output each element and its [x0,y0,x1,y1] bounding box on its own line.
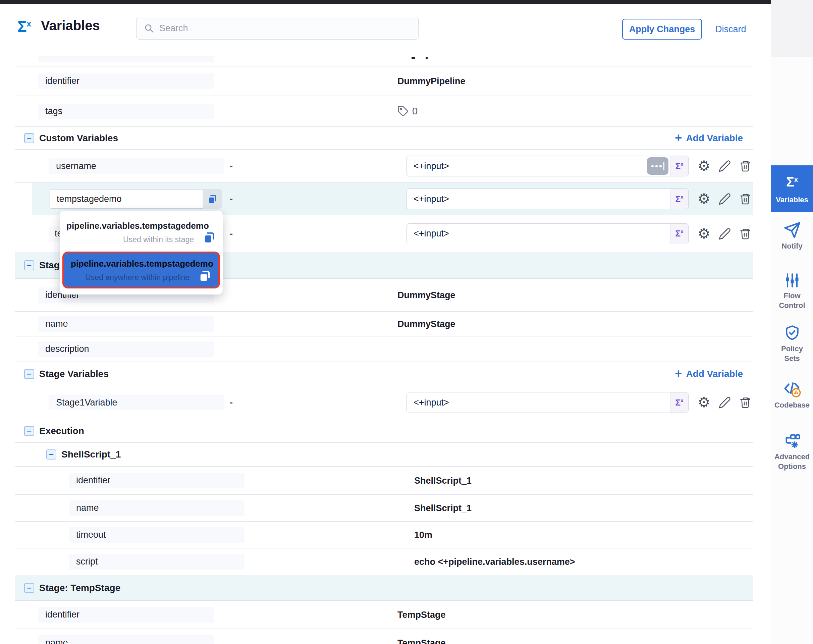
name-value: ShellScript_1 [414,503,472,513]
sidebar-item-label: Policy Sets [777,344,807,363]
expression-type-button[interactable]: Σx [670,393,688,412]
top-dark-bar [0,0,771,4]
delete-trash-icon[interactable] [739,193,751,205]
variable-value-input[interactable]: <+input> Σx [406,189,689,209]
identifier-value: DummyPipeline [397,76,466,86]
expression-type-button[interactable]: Σx [670,224,688,244]
page-header: Σx Variables Search Apply Changes Discar… [0,4,771,56]
option-subtitle: Used within its stage [66,235,216,244]
table-row: description [15,336,753,362]
collapse-icon[interactable]: − [24,369,34,379]
identifier-value: TempStage [397,609,446,620]
sidebar-item-codebase[interactable]: Codebase [771,380,813,410]
annotation-highlight-ring: pipeline.variables.tempstagedemo Used an… [62,251,220,288]
settings-gear-icon[interactable]: ⚙ [698,396,710,409]
copy-button[interactable] [202,189,222,209]
table-row: timeout 10m [15,521,753,548]
search-icon [144,23,154,33]
add-variable-button[interactable]: + Add Variable [675,368,743,379]
settings-gear-icon[interactable]: ⚙ [698,227,710,241]
variables-table: identifier DummyPipeline tags 0 − Custom… [0,56,771,644]
variables-sigma-logo-icon: Σx [17,17,31,35]
variable-value-input[interactable]: <+input> Σx [406,156,689,176]
delete-trash-icon[interactable] [739,159,751,172]
variable-name-label: Stage1Variable [49,395,224,410]
right-sidebar: Σx Variables Notify Flow Control Policy … [771,0,813,644]
section-title: Stage: TempStage [39,583,120,593]
section-title: Stag [39,260,60,271]
discard-button[interactable]: Discard [715,19,746,40]
table-row: name ShellScript_1 [15,495,753,521]
add-variable-button[interactable]: + Add Variable [675,132,743,144]
edit-pencil-icon[interactable] [718,396,731,409]
collapse-icon[interactable]: − [24,260,34,270]
section-header-shellscript: − ShellScript_1 [15,443,753,466]
sidebar-item-flow-control[interactable]: Flow Control [771,272,813,310]
text-cursor-icon [647,157,669,175]
variable-name-input[interactable]: tempstagedemo [50,189,222,209]
delete-trash-icon[interactable] [739,396,751,409]
collapse-icon[interactable]: − [24,133,34,143]
apply-changes-button[interactable]: Apply Changes [622,19,702,40]
timeout-label: timeout [69,527,244,543]
identifier-label: identifier [38,74,214,89]
copy-icon[interactable] [202,230,216,244]
sidebar-header-strip [771,0,813,57]
edit-pencil-icon[interactable] [718,227,731,240]
variable-name-value: tempstagedemo [50,189,202,209]
section-title: Execution [39,426,84,436]
description-label: description [38,342,214,357]
edit-pencil-icon[interactable] [718,159,731,172]
sliders-icon [784,272,800,288]
identifier-label: identifier [69,473,244,488]
sidebar-item-label: Variables [776,195,808,205]
section-title: Stage Variables [39,369,109,379]
settings-gear-icon[interactable]: ⚙ [698,159,710,173]
sidebar-item-notify[interactable]: Notify [771,221,813,251]
option-subtitle: Used anywhere within pipeline [71,273,212,282]
name-label: name [38,635,214,644]
name-label: name [38,316,214,332]
copy-icon [207,193,218,205]
expression-type-button[interactable]: Σx [670,189,688,209]
sidebar-item-label: Flow Control [775,291,809,310]
copy-icon[interactable] [198,269,212,283]
tags-count: 0 [412,106,417,117]
table-row: script echo <+pipeline.variables.usernam… [15,548,753,575]
clipped-text-fragment [411,57,415,59]
tags-badge[interactable]: 0 [397,106,417,117]
sidebar-item-policy-sets[interactable]: Policy Sets [771,325,813,363]
variable-value-input[interactable]: <+input> Σx [406,392,689,413]
section-header-execution: − Execution [15,419,753,443]
variable-name-label: username [49,158,224,174]
dropdown-option-pipeline-scope[interactable]: pipeline.variables.tempstagedemo Used an… [64,253,218,287]
edit-pencil-icon[interactable] [718,193,731,205]
section-header-stage-tempstage: − Stage: TempStage [15,575,753,601]
script-label: script [69,554,244,570]
sidebar-item-label: Advanced Options [774,452,811,471]
identifier-label: identifier [38,607,214,623]
input-value: <+input> [407,161,647,172]
identifier-value: DummyStage [397,290,456,300]
delete-trash-icon[interactable] [739,227,751,240]
name-label: name [69,500,244,516]
section-header-stage-variables: − Stage Variables + Add Variable [15,362,753,386]
separator-dash: - [230,228,233,239]
plus-icon: + [675,367,682,379]
paper-plane-icon [784,221,801,239]
flowchart-gear-icon [784,432,801,449]
separator-dash: - [230,397,233,408]
sidebar-item-advanced-options[interactable]: Advanced Options [771,432,813,471]
script-value: echo <+pipeline.variables.username> [414,557,575,567]
collapse-icon[interactable]: − [24,426,34,436]
variable-row-username: username - <+input> Σx ⚙ [15,150,753,183]
name-value: TempStage [397,638,446,644]
collapse-icon[interactable]: − [46,449,56,460]
expression-type-button[interactable]: Σx [670,156,688,176]
search-input[interactable]: Search [136,17,419,40]
dropdown-option-stage-scope[interactable]: pipeline.variables.tempstagedemo Used wi… [60,215,223,249]
collapse-icon[interactable]: − [24,583,34,593]
sidebar-item-variables[interactable]: Σx Variables [771,166,813,212]
variable-value-input[interactable]: <+input> Σx [406,223,689,244]
settings-gear-icon[interactable]: ⚙ [698,192,710,206]
